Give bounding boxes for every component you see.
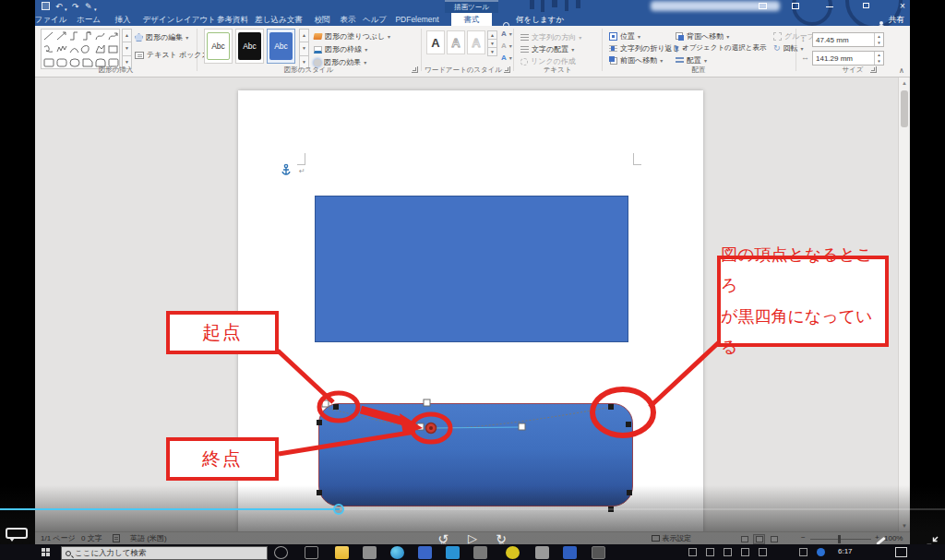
word-count[interactable]: 0 文字 [81, 534, 102, 543]
tray-icon-blue[interactable] [817, 548, 825, 556]
video-progress-track[interactable] [340, 508, 945, 510]
taskbar-search-box[interactable]: ここに入力して検索 [61, 546, 268, 560]
vertex-note-callout: 図の頂点となるところ が黒四角になっている [717, 256, 889, 347]
windows-taskbar: ここに入力して検索 6:17 [0, 544, 945, 560]
display-settings-label: 表示設定 [662, 534, 691, 542]
tray-icon[interactable] [688, 548, 697, 556]
video-progress-handle[interactable] [333, 504, 344, 515]
zoom-out-icon[interactable]: − [801, 533, 806, 542]
end-leader-line [279, 432, 415, 454]
file-explorer-icon[interactable] [335, 546, 349, 559]
search-icon [66, 551, 71, 556]
video-frame: ↶ ▾ ↷ ✎ ▾ 文書 1 - Word 描画ツール × ファイル ホーム 挿… [0, 0, 945, 560]
vertical-scrollbar[interactable]: ▲ ▼ [898, 77, 909, 531]
zoom-slider-track[interactable] [810, 539, 871, 540]
word-taskbar-icon[interactable] [563, 546, 577, 559]
task-view-icon[interactable] [305, 546, 318, 559]
store-icon[interactable] [363, 546, 377, 559]
taskbar-clock[interactable]: 6:17 [838, 547, 853, 555]
scroll-down-icon[interactable]: ▼ [899, 520, 910, 531]
zoom-slider-thumb[interactable] [838, 535, 841, 543]
current-point-center [429, 426, 433, 430]
video-progress-watched[interactable] [0, 508, 340, 510]
photos-icon[interactable] [446, 546, 460, 559]
app-icon-yellow[interactable] [506, 546, 520, 559]
monitor-icon [652, 535, 660, 542]
print-layout-button[interactable] [753, 534, 765, 544]
end-point-label: 終点 [202, 447, 243, 471]
red-arrow-shaft [361, 410, 404, 422]
display-settings-button[interactable]: 表示設定 [652, 534, 691, 543]
vertex-note-line1: 図の頂点となるところ [721, 240, 885, 302]
start-point-label: 起点 [202, 320, 243, 345]
comment-bubble-icon[interactable] [6, 528, 28, 539]
app-icon[interactable] [473, 546, 487, 559]
tray-icon[interactable] [741, 548, 749, 556]
web-layout-button[interactable] [768, 534, 780, 544]
search-placeholder: ここに入力して検索 [75, 548, 147, 559]
mail-icon[interactable] [418, 546, 432, 559]
edge-browser-icon[interactable] [390, 546, 404, 559]
language-indicator[interactable]: 英語 (米国) [130, 534, 167, 543]
app-icon[interactable] [535, 546, 549, 559]
page-count[interactable]: 1/1 ページ [41, 534, 76, 543]
read-mode-button[interactable] [738, 534, 750, 544]
scroll-up-icon[interactable]: ▲ [899, 77, 910, 89]
tray-icon[interactable] [799, 548, 807, 556]
note-leader-line [650, 342, 719, 407]
app-icon-recording[interactable] [592, 546, 605, 559]
tray-icon[interactable] [706, 548, 714, 556]
cortana-icon[interactable] [274, 546, 288, 559]
tray-icon[interactable] [759, 548, 767, 556]
start-button-icon[interactable] [42, 548, 45, 552]
vertex-note-line2: が黒四角になっている [721, 302, 885, 363]
action-center-icon[interactable] [895, 547, 907, 557]
start-leader-line [278, 351, 333, 402]
scrollbar-thumb[interactable] [901, 90, 908, 127]
end-point-callout: 終点 [166, 437, 279, 481]
vertex-circle-annotation [592, 389, 653, 435]
tray-icon[interactable] [724, 548, 732, 556]
vertex-handles[interactable] [317, 404, 632, 512]
edit-segment-line [432, 427, 522, 428]
start-point-callout: 起点 [166, 311, 279, 354]
